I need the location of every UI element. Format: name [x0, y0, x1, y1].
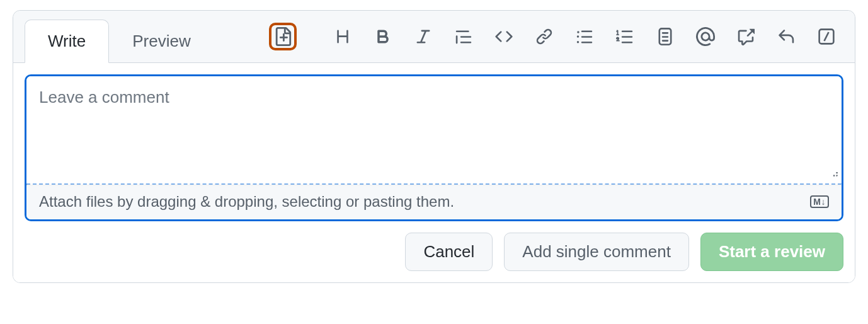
markdown-badge-icon[interactable]: M↓ [810, 195, 829, 208]
heading-icon[interactable] [333, 27, 352, 46]
ordered-list-icon[interactable] [615, 27, 634, 46]
cross-reference-icon[interactable] [736, 27, 755, 46]
code-icon[interactable] [494, 27, 513, 46]
svg-line-1 [825, 32, 829, 41]
slash-command-icon[interactable] [817, 27, 836, 46]
start-review-button[interactable]: Start a review [700, 233, 843, 271]
comment-input-wrap: Attach files by dragging & dropping, sel… [25, 74, 843, 221]
comment-textarea[interactable] [26, 76, 842, 183]
cancel-button[interactable]: Cancel [405, 233, 493, 271]
link-icon[interactable] [535, 27, 554, 46]
comment-body: Attach files by dragging & dropping, sel… [13, 62, 855, 282]
file-diff-icon[interactable] [273, 27, 292, 46]
mention-icon[interactable] [696, 27, 715, 46]
add-single-comment-button[interactable]: Add single comment [504, 233, 689, 271]
action-bar: Cancel Add single comment Start a review [25, 233, 843, 271]
resize-handle-icon[interactable] [828, 167, 839, 180]
italic-icon[interactable] [414, 27, 433, 46]
tab-write[interactable]: Write [25, 20, 109, 63]
bold-icon[interactable] [374, 27, 392, 46]
reply-icon[interactable] [777, 27, 796, 46]
formatting-toolbar [269, 11, 843, 62]
attach-hint-text: Attach files by dragging & dropping, sel… [39, 193, 454, 211]
comment-panel: Write Preview [13, 10, 855, 283]
tab-preview[interactable]: Preview [109, 20, 214, 63]
unordered-list-icon[interactable] [575, 27, 594, 46]
quote-icon[interactable] [454, 27, 473, 46]
attach-files-bar[interactable]: Attach files by dragging & dropping, sel… [26, 185, 842, 219]
tabbar: Write Preview [13, 11, 855, 62]
suggest-change-highlight [269, 23, 297, 50]
task-list-icon[interactable] [656, 27, 675, 46]
